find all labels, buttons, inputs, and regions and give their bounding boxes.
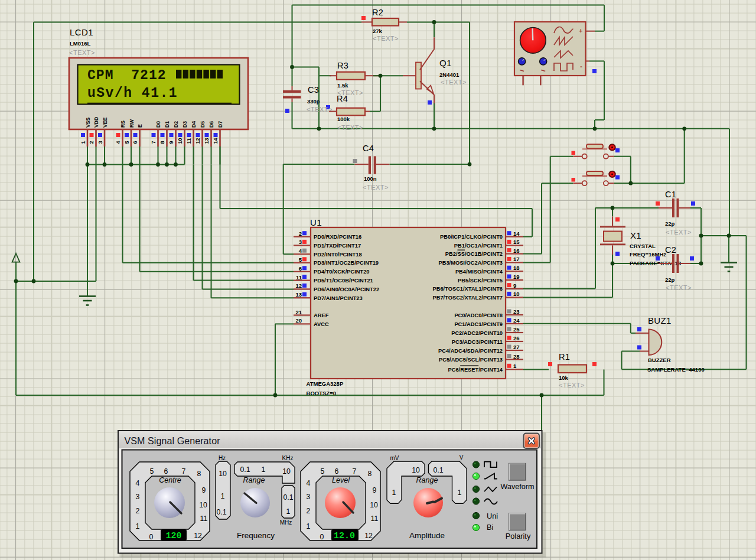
svg-text:20: 20 (295, 317, 302, 324)
svg-text:BUZ1: BUZ1 (648, 315, 672, 325)
svg-text:9: 9 (202, 486, 206, 494)
svg-text:PB2/SS/OC1B/PCINT2: PB2/SS/OC1B/PCINT2 (445, 251, 503, 257)
svg-text:10: 10 (370, 501, 378, 509)
svg-text:1: 1 (513, 363, 517, 369)
svg-text:100k: 100k (337, 116, 350, 122)
svg-text:25: 25 (513, 326, 520, 333)
svg-text:21: 21 (295, 309, 302, 315)
svg-text:19: 19 (513, 274, 520, 280)
svg-text:4: 4 (136, 479, 140, 487)
svg-text:uSv/h 41.1: uSv/h 41.1 (87, 86, 178, 101)
svg-text:PC0/ADC0/PCINT8: PC0/ADC0/PCINT8 (454, 312, 503, 318)
svg-text:PD6/AIN0/OC0A/PCINT22: PD6/AIN0/OC0A/PCINT22 (314, 286, 379, 292)
svg-text:Range: Range (243, 476, 265, 484)
svg-text:0: 0 (149, 533, 154, 541)
svg-text:1: 1 (392, 489, 396, 497)
svg-text:PB6/TOSC1/XTAL1/PCINT6: PB6/TOSC1/XTAL1/PCINT6 (433, 286, 503, 292)
svg-text:PC1/ADC1/PCINT9: PC1/ADC1/PCINT9 (454, 321, 503, 327)
svg-text:<TEXT>: <TEXT> (337, 124, 363, 131)
svg-text:U1: U1 (310, 217, 322, 227)
svg-text:X1: X1 (630, 230, 641, 240)
svg-text:2N4401: 2N4401 (439, 71, 460, 78)
svg-text:Centre: Centre (159, 476, 181, 484)
svg-text:PC3/ADC3/PCINT11: PC3/ADC3/PCINT11 (452, 339, 503, 345)
svg-text:Level: Level (332, 476, 350, 484)
svg-text:11: 11 (186, 138, 192, 144)
svg-text:0: 0 (320, 533, 324, 541)
svg-text:4: 4 (115, 141, 121, 144)
svg-text:0.1: 0.1 (240, 465, 250, 474)
svg-text:14: 14 (513, 230, 520, 237)
svg-text:PB0/ICP1/CLKO/PCINT0: PB0/ICP1/CLKO/PCINT0 (440, 234, 503, 240)
svg-text:0.1: 0.1 (283, 493, 293, 502)
svg-text:PD5/T1/OC0B/PCINT21: PD5/T1/OC0B/PCINT21 (314, 278, 373, 284)
svg-text:5: 5 (299, 256, 302, 263)
svg-text:5: 5 (150, 467, 154, 476)
svg-text:KHz: KHz (282, 455, 294, 461)
svg-text:4: 4 (307, 479, 311, 487)
svg-text:8: 8 (197, 470, 201, 478)
svg-text:VDD: VDD (93, 117, 99, 128)
svg-text:12: 12 (364, 532, 373, 540)
svg-text:<TEXT>: <TEXT> (69, 49, 95, 56)
svg-text:PD3/INT1/OC2B/PCINT19: PD3/INT1/OC2B/PCINT19 (314, 260, 379, 266)
svg-text:1.5k: 1.5k (337, 82, 348, 89)
svg-text:12.0: 12.0 (334, 531, 355, 541)
svg-text:PB4/MISO/PCINT4: PB4/MISO/PCINT4 (455, 269, 503, 275)
svg-text:1: 1 (80, 141, 86, 144)
svg-text:D7: D7 (217, 121, 223, 128)
svg-text:8: 8 (159, 141, 165, 144)
svg-text:6: 6 (164, 467, 168, 476)
svg-text:<TEXT>: <TEXT> (441, 79, 467, 86)
svg-text:1: 1 (458, 489, 462, 497)
svg-text:16: 16 (513, 248, 520, 254)
svg-text:12: 12 (195, 138, 201, 144)
svg-text:<TEXT>: <TEXT> (307, 106, 333, 113)
svg-text:Uni: Uni (487, 512, 498, 520)
svg-text:Hz: Hz (219, 455, 226, 461)
svg-text:PD1/TXD/PCINT17: PD1/TXD/PCINT17 (314, 243, 361, 249)
svg-text:10k: 10k (559, 375, 569, 381)
svg-text:9: 9 (373, 486, 377, 494)
svg-text:10: 10 (513, 291, 520, 297)
svg-text:1: 1 (307, 522, 311, 530)
svg-text:VSM Signal Generator: VSM Signal Generator (125, 436, 221, 446)
svg-text:R3: R3 (337, 61, 348, 70)
svg-text:3: 3 (307, 493, 311, 501)
svg-text:0.1: 0.1 (433, 466, 443, 474)
svg-text:D5: D5 (200, 121, 206, 128)
svg-text:RS: RS (120, 121, 126, 128)
svg-text:3: 3 (136, 493, 140, 501)
svg-text:2: 2 (299, 230, 302, 237)
svg-text:<TEXT>: <TEXT> (666, 284, 692, 291)
svg-text:2: 2 (89, 141, 94, 144)
svg-text:PD4/T0/XCK/PCINT20: PD4/T0/XCK/PCINT20 (314, 269, 370, 275)
svg-text:BUZZER: BUZZER (648, 357, 671, 363)
svg-text:120: 120 (165, 531, 181, 541)
svg-text:8: 8 (368, 470, 372, 478)
svg-text:mV: mV (390, 455, 399, 461)
svg-text:3: 3 (299, 239, 302, 245)
svg-text:VSS: VSS (85, 118, 91, 128)
svg-text:PD0/RXD/PCINT16: PD0/RXD/PCINT16 (314, 234, 361, 240)
svg-text:PC5/ADC5/SCL/PCINT13: PC5/ADC5/SCL/PCINT13 (439, 357, 503, 363)
svg-text:4: 4 (299, 248, 302, 254)
svg-text:330p: 330p (307, 98, 320, 105)
svg-text:SAMPLERATE=44100: SAMPLERATE=44100 (647, 366, 705, 373)
svg-text:13: 13 (295, 291, 302, 298)
svg-text:PB1/OC1A/PCINT1: PB1/OC1A/PCINT1 (454, 243, 503, 249)
svg-text:1: 1 (136, 522, 140, 530)
svg-text:11: 11 (371, 515, 379, 523)
svg-text:13: 13 (204, 138, 210, 144)
svg-text:AREF: AREF (314, 312, 329, 318)
svg-text:D0: D0 (155, 121, 161, 128)
svg-text:7: 7 (151, 141, 157, 144)
svg-text:Waveform: Waveform (501, 483, 535, 491)
svg-text:D2: D2 (173, 121, 179, 128)
svg-text:C4: C4 (363, 144, 374, 153)
svg-text:10: 10 (412, 466, 420, 474)
svg-text:Q1: Q1 (439, 58, 452, 68)
svg-text:D1: D1 (164, 121, 170, 128)
svg-text:9: 9 (168, 141, 174, 144)
svg-text:VEE: VEE (102, 118, 108, 128)
